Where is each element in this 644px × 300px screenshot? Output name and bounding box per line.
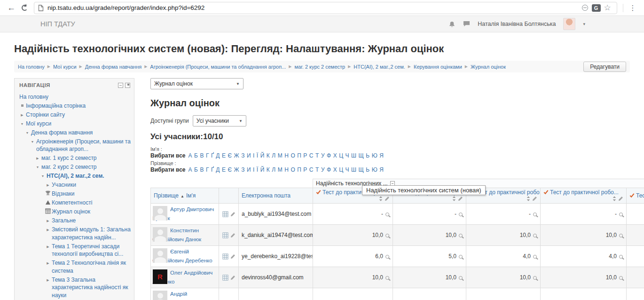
grade-analysis-magnifier-icon[interactable] (459, 255, 463, 259)
messages-icon[interactable] (463, 21, 470, 27)
letter-filter-link[interactable]: Б (194, 166, 198, 173)
letter-filter-link[interactable]: Д (216, 166, 220, 173)
sidebar-item[interactable]: ▶Тема 3 Загальна характеристика надійнос… (18, 276, 131, 300)
edit-pencil-icon[interactable] (230, 275, 236, 280)
letter-filter-link[interactable]: К (267, 152, 270, 159)
select-all-link[interactable]: Вибрати все (150, 152, 185, 159)
letter-filter-link[interactable]: Ч (346, 152, 349, 159)
letter-filter-link[interactable]: Ф (327, 152, 331, 159)
letter-filter-link[interactable]: Щ (359, 152, 364, 159)
letter-filter-link[interactable]: Ї (257, 166, 258, 173)
notifications-bell-icon[interactable] (448, 21, 456, 28)
student-avatar[interactable]: R (153, 269, 167, 284)
sidebar-item-label[interactable]: На головну (19, 94, 48, 100)
letter-filter-link[interactable]: Ч (346, 166, 349, 173)
block-dock-icon[interactable] (125, 83, 130, 88)
sidebar-item[interactable]: ▶Тема 1 Теоретичні засади технології вир… (18, 243, 131, 258)
sidebar-item[interactable]: ▼Мої курси (18, 120, 131, 128)
letter-filter-link[interactable]: О (291, 166, 295, 173)
letter-filter-link[interactable]: Н (284, 166, 289, 173)
sort-icon[interactable] (379, 196, 383, 201)
user-grades-icon[interactable] (222, 275, 228, 281)
sidebar-item[interactable]: ▶Учасники (18, 181, 131, 189)
grade-analysis-magnifier-icon[interactable] (533, 276, 537, 280)
block-collapse-icon[interactable] (118, 83, 123, 88)
tree-collapsed-icon[interactable]: ▶ (45, 260, 51, 268)
sidebar-item-label[interactable]: Інформаційна сторінка (26, 103, 86, 109)
edit-pencil-icon[interactable] (385, 196, 390, 201)
edit-pencil-icon[interactable] (458, 196, 463, 201)
bullet-square-icon[interactable] (19, 103, 25, 111)
user-grades-icon[interactable] (222, 253, 228, 260)
grade-analysis-magnifier-icon[interactable] (459, 234, 463, 237)
sidebar-item[interactable]: ▼Денна форма навчання (18, 129, 131, 137)
translate-icon[interactable]: G (590, 2, 602, 14)
breadcrumb-link[interactable]: маг. 2 курс 2 семестр (294, 64, 345, 70)
grade-item-link[interactable]: Тест до практичної робо... (476, 189, 541, 196)
zoom-minus-icon[interactable] (579, 2, 590, 14)
sidebar-item-label[interactable]: Відзнаки (52, 190, 74, 197)
sidebar-item-label[interactable]: Тема 3 Загальна характеристика надійност… (52, 276, 128, 299)
grade-analysis-magnifier-icon[interactable] (385, 255, 389, 259)
letter-filter-link[interactable]: Р (303, 152, 307, 159)
letter-filter-link[interactable]: Ю (372, 152, 377, 159)
letter-filter-link[interactable]: В (200, 152, 204, 159)
groups-select[interactable]: Усі учасники▼ (193, 115, 246, 126)
edit-pencil-icon[interactable] (532, 196, 537, 201)
letter-filter-link[interactable]: Т (315, 152, 319, 159)
letter-filter-link[interactable]: Й (260, 152, 265, 159)
letter-filter-link[interactable]: А (188, 166, 192, 173)
tree-expanded-icon[interactable]: ▼ (35, 164, 40, 172)
sidebar-item[interactable]: ▶Сторінки сайту (18, 111, 131, 119)
letter-filter-link[interactable]: В (200, 166, 204, 173)
student-avatar[interactable] (153, 248, 167, 263)
sort-email-link[interactable]: Електронна пошта (242, 192, 291, 199)
url-text[interactable]: nip.tsatu.edu.ua/grade/report/grader/ind… (47, 4, 579, 11)
grade-analysis-magnifier-icon[interactable] (619, 276, 623, 280)
letter-filter-link[interactable]: Л (272, 152, 275, 159)
letter-filter-link[interactable]: Ш (351, 152, 356, 159)
sidebar-item[interactable]: ▼НТС(АІ), 2 маг.,2 сем. (18, 172, 131, 180)
letter-filter-link[interactable]: Я (379, 152, 384, 159)
letter-filter-link[interactable]: Г (206, 152, 209, 159)
edit-button[interactable]: Редагувати (583, 62, 626, 72)
select-all-link[interactable]: Вибрати все (150, 166, 185, 173)
grade-analysis-magnifier-icon[interactable] (533, 213, 537, 216)
letter-filter-link[interactable]: Ж (234, 166, 239, 173)
sidebar-item-label[interactable]: Мої курси (26, 120, 51, 127)
sort-icon[interactable] (526, 196, 530, 201)
grade-analysis-magnifier-icon[interactable] (533, 255, 537, 259)
sidebar-item[interactable]: ▼Агроінженерія (Процеси, машини та облад… (18, 138, 131, 153)
sidebar-item-label[interactable]: Змістовий модуль 1: Загальна характерист… (52, 226, 131, 241)
letter-filter-link[interactable]: М (278, 166, 283, 173)
sidebar-item[interactable]: Інформаційна сторінка (18, 102, 131, 110)
breadcrumb-link[interactable]: Керування оцінками (414, 64, 462, 70)
letter-filter-link[interactable]: Ь (366, 166, 369, 173)
student-avatar[interactable] (153, 227, 167, 242)
sidebar-item-label[interactable]: НТС(АІ), 2 маг.,2 сем. (47, 173, 104, 179)
sidebar-item-label[interactable]: маг. 1 курс 2 семестр (41, 155, 97, 161)
grade-analysis-magnifier-icon[interactable] (619, 234, 623, 237)
sidebar-item-label[interactable]: Загальне (52, 217, 76, 224)
edit-pencil-icon[interactable] (230, 212, 236, 217)
grade-analysis-magnifier-icon[interactable] (619, 213, 623, 216)
sidebar-item-label[interactable]: Агроінженерія (Процеси, машини та обладн… (36, 138, 131, 153)
edit-pencil-icon[interactable] (618, 196, 623, 201)
letter-filter-link[interactable]: Р (303, 166, 307, 173)
letter-filter-link[interactable]: Й (260, 166, 265, 173)
breadcrumb-link[interactable]: Агроінженерія (Процеси, машини та обладн… (150, 64, 286, 70)
sidebar-item-label[interactable]: Тема 1 Теоретичні засади технології виро… (52, 243, 123, 258)
user-avatar[interactable] (563, 18, 575, 30)
grade-analysis-magnifier-icon[interactable] (459, 276, 463, 280)
letter-filter-link[interactable]: Я (379, 166, 384, 173)
tree-expanded-icon[interactable]: ▼ (19, 120, 25, 128)
grade-item-link[interactable]: Тест д (636, 192, 644, 199)
back-arrow-icon[interactable]: ← (5, 1, 18, 15)
letter-filter-link[interactable]: А (188, 152, 192, 159)
grade-analysis-magnifier-icon[interactable] (459, 213, 463, 216)
browser-menu-icon[interactable]: ⋮ (626, 1, 639, 15)
letter-filter-link[interactable]: И (247, 152, 251, 159)
sidebar-item[interactable]: ▶Змістовий модуль 1: Загальна характерис… (18, 226, 131, 241)
letter-filter-link[interactable]: З (241, 166, 244, 173)
breadcrumb-link[interactable]: НТС(АІ), 2 маг.,2 сем. (353, 64, 405, 70)
